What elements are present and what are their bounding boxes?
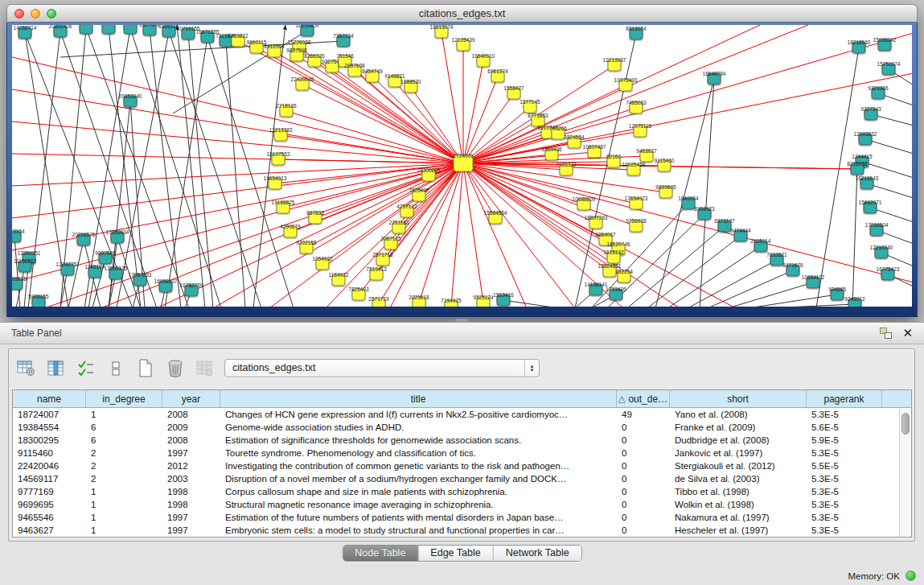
cell-out_de[interactable]: 0 <box>617 434 670 447</box>
network-node[interactable]: 16671355 <box>201 31 215 43</box>
network-node[interactable]: 10654112 <box>807 277 820 289</box>
column-header-in_degree[interactable]: in_degree <box>86 390 162 407</box>
network-edge[interactable] <box>12 122 463 163</box>
network-edge[interactable] <box>862 162 912 178</box>
new-table-button[interactable] <box>134 357 157 380</box>
cell-out_de[interactable]: 0 <box>617 485 670 498</box>
network-node[interactable]: 62160 <box>607 156 621 168</box>
network-node[interactable]: 22420046 <box>296 79 310 91</box>
network-node[interactable]: 12213383 <box>274 130 288 142</box>
network-node[interactable]: 18218560 <box>852 42 866 54</box>
network-edge[interactable] <box>463 163 575 307</box>
network-node[interactable]: 2571719 <box>372 299 386 307</box>
cell-title[interactable]: Embryonic stem cells: a model to study s… <box>220 524 617 537</box>
cell-year[interactable]: 2012 <box>162 459 220 472</box>
close-panel-icon[interactable]: ✕ <box>902 326 913 340</box>
close-window-button[interactable] <box>14 9 24 19</box>
network-edge[interactable] <box>297 56 463 163</box>
network-node[interactable]: 10719155 <box>182 28 195 40</box>
network-node[interactable]: 2718126 <box>280 105 294 117</box>
cell-pagerank[interactable]: 5.3E-5 <box>807 472 882 485</box>
table-row[interactable]: 911546021997Tourette syndrome. Phenomeno… <box>13 447 911 459</box>
network-edge[interactable] <box>278 159 463 163</box>
network-edge[interactable] <box>700 79 714 307</box>
network-node[interactable]: 2025618 <box>413 297 426 307</box>
network-node[interactable]: 12125439 <box>457 39 470 51</box>
network-edge[interactable] <box>852 169 857 307</box>
cell-year[interactable]: 1997 <box>162 447 220 459</box>
network-node[interactable]: 12210340 <box>875 247 889 259</box>
cell-short[interactable]: de Silva et al. (2003) <box>670 472 807 485</box>
memory-ok-icon[interactable] <box>906 571 916 581</box>
network-node[interactable]: 1513416 <box>497 295 511 307</box>
cell-short[interactable]: Nakamura et al. (1997) <box>670 511 807 524</box>
cell-in_degree[interactable]: 2 <box>86 472 162 485</box>
network-node[interactable]: 16775423 <box>881 269 895 281</box>
network-edge[interactable] <box>463 163 483 303</box>
network-node[interactable]: 9245012 <box>848 299 862 307</box>
cell-pagerank[interactable]: 5.3E-5 <box>807 524 882 537</box>
network-node[interactable]: 1527602 <box>143 25 157 36</box>
network-node[interactable]: 14136141 <box>589 284 603 296</box>
network-node[interactable]: 15584554 <box>489 212 503 225</box>
column-header-year[interactable]: year <box>162 390 220 407</box>
network-node[interactable]: 9115460 <box>658 160 671 172</box>
cell-out_de[interactable]: 0 <box>617 498 670 511</box>
network-edge[interactable] <box>253 25 285 307</box>
cell-pagerank[interactable]: 5.3E-5 <box>807 511 882 524</box>
column-header-out_de[interactable]: △out_de… <box>617 390 670 407</box>
cell-title[interactable]: Tourette syndrome. Phenomenology and cla… <box>220 447 617 459</box>
network-node[interactable]: 6961374 <box>491 71 505 83</box>
cell-year[interactable]: 2008 <box>162 434 220 447</box>
network-node[interactable]: 18613074 <box>435 27 449 39</box>
network-node[interactable]: 9884067 <box>599 234 613 246</box>
cell-short[interactable]: Wolkin et al. (1998) <box>670 498 807 511</box>
cell-year[interactable]: 1997 <box>162 524 220 537</box>
network-node[interactable]: 1364436 <box>545 149 559 161</box>
network-hub-node[interactable]: 1724001 <box>454 155 474 172</box>
network-node[interactable]: 1145194 <box>88 266 102 278</box>
network-node[interactable]: 16958107 <box>159 281 173 293</box>
network-node[interactable]: 1640954 <box>682 198 696 210</box>
network-node[interactable]: 8215958 <box>851 163 864 175</box>
network-node[interactable]: 1558427 <box>507 88 521 100</box>
network-edge[interactable] <box>302 84 463 163</box>
network-edge[interactable] <box>816 47 859 307</box>
network-edge[interactable] <box>283 163 463 208</box>
network-node[interactable]: 8471676 <box>786 265 800 277</box>
cell-short[interactable]: Hescheler et al. (1997) <box>670 524 807 537</box>
network-node[interactable]: 9097548 <box>99 253 113 265</box>
network-node[interactable]: 7357234 <box>337 35 351 47</box>
cell-name[interactable]: 9463627 <box>13 524 86 537</box>
cell-name[interactable]: 22420046 <box>13 459 86 472</box>
network-node[interactable]: 746266 <box>552 128 565 140</box>
network-node[interactable]: 10973493 <box>619 80 633 92</box>
network-node[interactable]: 19654913 <box>269 178 282 190</box>
network-node[interactable]: 12342757 <box>61 264 75 276</box>
network-node[interactable]: 7986322 <box>560 164 573 176</box>
cell-out_de[interactable]: 0 <box>617 421 670 434</box>
table-row[interactable]: 946554611997Estimation of the future num… <box>13 511 911 524</box>
cell-name[interactable]: 9777169 <box>13 485 86 498</box>
cell-short[interactable]: Jankovic et al. (1997) <box>670 447 807 459</box>
network-edge[interactable] <box>463 61 483 163</box>
tab-node-table[interactable]: Node Table <box>343 546 418 561</box>
network-node[interactable]: 8454749 <box>366 71 380 83</box>
cell-title[interactable]: Structural magnetic resonance image aver… <box>220 498 617 511</box>
network-node[interactable]: 4257122 <box>400 206 414 218</box>
network-edge[interactable] <box>463 163 618 249</box>
window-titlebar[interactable]: citations_edges.txt <box>6 4 918 23</box>
cell-in_degree[interactable]: 1 <box>86 408 162 421</box>
cell-name[interactable]: 18724007 <box>13 408 86 421</box>
cell-year[interactable]: 1998 <box>162 498 220 511</box>
network-node[interactable]: 16782759 <box>185 285 199 297</box>
network-edge[interactable] <box>60 31 157 307</box>
row-height-button[interactable] <box>105 357 127 380</box>
cell-in_degree[interactable]: 6 <box>86 434 162 447</box>
network-node[interactable]: 1054922 <box>316 258 330 270</box>
network-node[interactable]: 924565 <box>831 289 844 301</box>
network-node[interactable]: 2261183 <box>392 222 406 234</box>
column-header-pagerank[interactable]: pagerank <box>807 390 882 407</box>
network-node[interactable]: 10025458 <box>627 164 641 176</box>
network-edge[interactable] <box>768 304 855 307</box>
